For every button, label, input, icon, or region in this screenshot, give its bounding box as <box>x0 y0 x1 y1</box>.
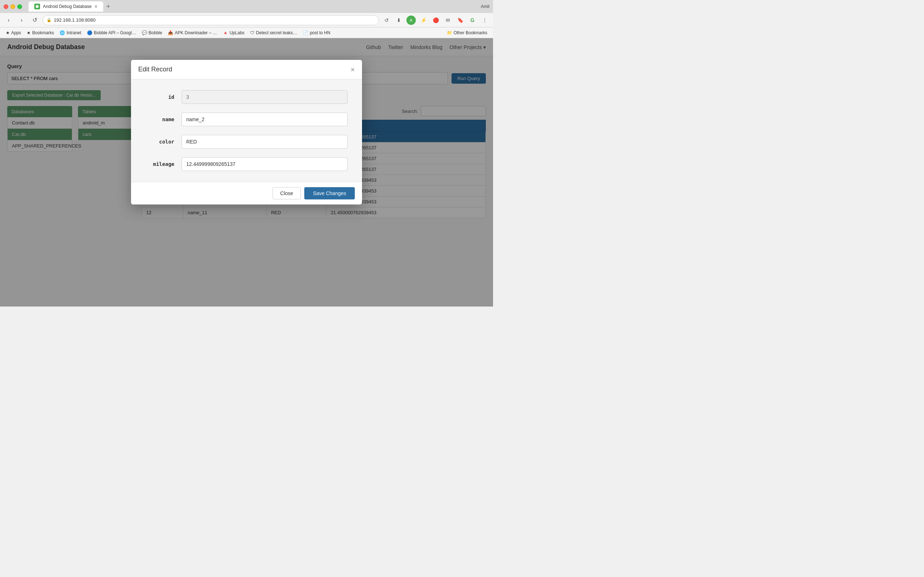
profile-icon-btn[interactable]: A <box>406 16 416 25</box>
tab-favicon <box>34 3 40 10</box>
field-input-name[interactable] <box>181 113 347 126</box>
browser-user-label: Amit <box>481 4 489 9</box>
tab-bar: Android Debug Database × + <box>29 2 478 11</box>
bookmark-apk[interactable]: 📥 APK Downloader – … <box>166 29 219 36</box>
field-label-mileage: mileage <box>145 161 174 167</box>
form-row-color: color <box>145 135 347 148</box>
bookmark-apps-label: Apps <box>11 30 21 35</box>
bookmark-post-hn-label: post to HN <box>310 30 330 35</box>
modal-footer: Close Save Changes <box>131 182 362 205</box>
field-input-id[interactable] <box>181 90 347 104</box>
field-input-color[interactable] <box>181 135 347 148</box>
form-row-name: name <box>145 113 347 126</box>
tab-title: Android Debug Database <box>43 4 92 9</box>
modal-body: id name color mileage <box>131 79 362 182</box>
bookmark-post-hn[interactable]: 📄 post to HN <box>300 29 333 36</box>
bookmark-other-label: Other Bookmarks <box>454 30 487 35</box>
bookmark-intranet-label: Intranet <box>66 30 81 35</box>
bookmark-uplabs-label: UpLabs <box>229 30 244 35</box>
bookmark-detect[interactable]: 🛡 Detect secret leaks… <box>248 29 299 36</box>
adblocker-icon-btn[interactable]: 🔴 <box>431 16 440 25</box>
bookmark-apk-label: APK Downloader – … <box>175 30 217 35</box>
intranet-icon: 🌐 <box>60 30 65 35</box>
bobble-icon: 💬 <box>142 30 147 35</box>
bookmark-bobble-label: Bobble <box>149 30 162 35</box>
bookmark-apps[interactable]: ★ Apps <box>3 29 23 36</box>
uplabs-icon: 🔺 <box>223 30 228 35</box>
minimize-window-button[interactable] <box>10 4 15 9</box>
mail-icon-btn[interactable]: ✉ <box>443 16 452 25</box>
tab-close-button[interactable]: × <box>95 3 97 10</box>
forward-button[interactable]: › <box>16 15 27 25</box>
save-changes-button[interactable]: Save Changes <box>304 187 355 200</box>
bookmark-bobble[interactable]: 💬 Bobble <box>140 29 164 36</box>
field-label-id: id <box>145 94 174 100</box>
address-bar[interactable]: 🔒 192.168.1.108:8080 <box>43 15 379 25</box>
bookmark-bobble-api[interactable]: 🔵 Bobble API – Googl… <box>85 29 138 36</box>
form-row-id: id <box>145 90 347 104</box>
edit-record-modal: Edit Record × id name color <box>131 60 362 205</box>
bookmark-bookmarks-label: Bookmarks <box>32 30 54 35</box>
address-text: 192.168.1.108:8080 <box>54 17 96 23</box>
download-icon-btn[interactable]: ⬇ <box>394 16 404 25</box>
close-button[interactable]: Close <box>273 187 300 200</box>
browser-titlebar: Android Debug Database × + Amit <box>0 0 493 13</box>
traffic-lights <box>3 4 22 9</box>
menu-icon-btn[interactable]: ⋮ <box>480 16 489 25</box>
new-tab-button[interactable]: + <box>103 2 113 11</box>
bookmark-detect-label: Detect secret leaks… <box>256 30 297 35</box>
lock-icon: 🔒 <box>47 18 52 23</box>
form-row-mileage: mileage <box>145 157 347 171</box>
bookmark-uplabs[interactable]: 🔺 UpLabs <box>221 29 247 36</box>
field-input-mileage[interactable] <box>181 157 347 171</box>
modal-title: Edit Record <box>138 66 172 73</box>
browser-chrome: Android Debug Database × + Amit ‹ › ↺ 🔒 … <box>0 0 493 38</box>
bookmarks-bookmark-icon: ★ <box>27 30 31 35</box>
bobble-api-icon: 🔵 <box>87 30 92 35</box>
active-tab[interactable]: Android Debug Database × <box>29 2 103 11</box>
other-bookmarks-icon: 📁 <box>447 30 452 35</box>
lightning-icon-btn[interactable]: ⚡ <box>419 16 428 25</box>
field-label-color: color <box>145 139 174 145</box>
browser-toolbar: ‹ › ↺ 🔒 192.168.1.108:8080 ↺ ⬇ A ⚡ 🔴 ✉ 🔖… <box>0 13 493 27</box>
bookmark-other[interactable]: 📁 Other Bookmarks <box>445 29 489 36</box>
bookmark-intranet[interactable]: 🌐 Intranet <box>57 29 83 36</box>
field-label-name: name <box>145 116 174 122</box>
svg-point-0 <box>36 5 39 8</box>
modal-overlay: Edit Record × id name color <box>0 38 493 306</box>
post-hn-icon: 📄 <box>303 30 308 35</box>
apps-bookmark-icon: ★ <box>6 30 10 35</box>
back-button[interactable]: ‹ <box>3 15 14 25</box>
reload-icon-btn[interactable]: ↺ <box>382 16 391 25</box>
detect-icon: 🛡 <box>250 30 254 35</box>
bookmark-icon-btn[interactable]: 🔖 <box>456 16 465 25</box>
bookmarks-bar: ★ Apps ★ Bookmarks 🌐 Intranet 🔵 Bobble A… <box>0 27 493 38</box>
grammarly-icon-btn[interactable]: G <box>468 16 477 25</box>
bookmark-bobble-api-label: Bobble API – Googl… <box>94 30 136 35</box>
close-window-button[interactable] <box>3 4 8 9</box>
refresh-button[interactable]: ↺ <box>30 15 40 25</box>
apk-icon: 📥 <box>168 30 173 35</box>
modal-close-x-button[interactable]: × <box>351 66 355 73</box>
bookmark-bookmarks[interactable]: ★ Bookmarks <box>24 29 56 36</box>
modal-header: Edit Record × <box>131 60 362 79</box>
fullscreen-window-button[interactable] <box>17 4 22 9</box>
app-content: Android Debug Database Github Twitter Mi… <box>0 38 493 306</box>
